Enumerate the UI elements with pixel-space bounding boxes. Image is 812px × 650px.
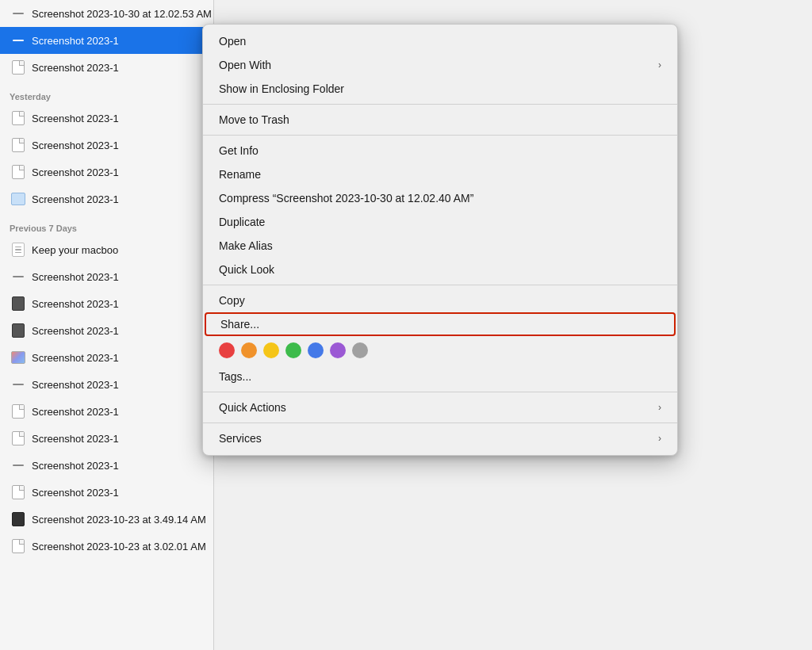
file-name: Screenshot 2023-1 <box>32 62 119 74</box>
file-icon <box>10 485 27 499</box>
file-item[interactable]: Screenshot 2023-1 <box>0 371 213 398</box>
menu-item-open-label: Open <box>219 35 661 48</box>
file-item[interactable]: Screenshot 2023-1 <box>0 132 213 159</box>
menu-item-tags-label: Tags... <box>219 370 661 383</box>
submenu-arrow-icon: › <box>658 59 661 71</box>
file-item-selected[interactable]: Screenshot 2023-1 <box>0 27 213 54</box>
file-name: Screenshot 2023-1 <box>32 433 119 445</box>
menu-item-make-alias[interactable]: Make Alias <box>203 234 677 258</box>
menu-item-get-info-label: Get Info <box>219 144 661 157</box>
file-name: Screenshot 2023-1 <box>32 460 119 472</box>
file-item[interactable]: Screenshot 2023-1 <box>0 398 213 425</box>
file-item[interactable]: Screenshot 2023-1 <box>0 159 213 185</box>
menu-separator <box>203 104 677 105</box>
menu-item-show-in-folder-label: Show in Enclosing Folder <box>219 82 661 95</box>
file-icon <box>10 270 27 284</box>
file-name: Screenshot 2023-10-23 at 3.02.01 AM <box>32 541 206 552</box>
menu-item-share-label: Share... <box>220 318 660 331</box>
file-icon <box>10 60 27 75</box>
menu-item-share[interactable]: Share... <box>205 312 676 336</box>
file-item[interactable]: Screenshot 2023-1 <box>0 290 213 317</box>
menu-item-duplicate[interactable]: Duplicate <box>203 210 677 234</box>
file-name: Screenshot 2023-1 <box>32 379 119 391</box>
tag-purple[interactable] <box>330 342 346 358</box>
tags-color-row <box>203 336 677 365</box>
tag-green[interactable] <box>285 342 301 358</box>
file-icon <box>10 377 27 392</box>
file-item[interactable]: Screenshot 2023-1 <box>0 105 213 132</box>
file-icon <box>10 458 27 472</box>
menu-item-quick-look-label: Quick Look <box>219 263 661 276</box>
file-item[interactable]: Screenshot 2023-1 <box>0 317 213 344</box>
tag-orange[interactable] <box>241 342 257 358</box>
file-name: Screenshot 2023-1 <box>32 193 119 205</box>
menu-item-compress[interactable]: Compress “Screenshot 2023-10-30 at 12.02… <box>203 186 677 210</box>
menu-separator <box>203 135 677 136</box>
menu-item-copy-label: Copy <box>219 294 661 307</box>
file-item[interactable]: Screenshot 2023-1 <box>0 263 213 290</box>
section-header-yesterday: Yesterday <box>0 81 213 105</box>
menu-item-open-with-label: Open With <box>219 59 658 71</box>
submenu-arrow-icon: › <box>658 402 661 413</box>
file-item[interactable]: Screenshot 2023-1 <box>0 344 213 371</box>
menu-item-services-label: Services <box>219 432 658 445</box>
menu-item-show-in-folder[interactable]: Show in Enclosing Folder <box>203 77 677 101</box>
menu-item-open-with[interactable]: Open With › <box>203 53 677 77</box>
file-name: Screenshot 2023-1 <box>32 166 119 178</box>
tag-yellow[interactable] <box>263 342 279 358</box>
menu-separator <box>203 422 677 423</box>
menu-item-quick-look[interactable]: Quick Look <box>203 258 677 281</box>
menu-item-rename[interactable]: Rename <box>203 162 677 186</box>
file-name: Screenshot 2023-1 <box>32 271 119 283</box>
menu-separator <box>203 392 677 392</box>
tag-red[interactable] <box>219 342 235 358</box>
menu-separator <box>203 285 677 285</box>
file-item[interactable]: Screenshot 2023-1 <box>0 185 213 212</box>
file-item[interactable]: Screenshot 2023-1 <box>0 425 213 452</box>
tag-gray[interactable] <box>352 342 368 358</box>
menu-item-get-info[interactable]: Get Info <box>203 139 677 162</box>
file-name: Screenshot 2023-10-30 at 12.02.53 AM <box>32 8 212 20</box>
file-name: Screenshot 2023-1 <box>32 352 119 364</box>
tag-blue[interactable] <box>308 342 324 358</box>
menu-item-move-trash[interactable]: Move to Trash <box>203 108 677 132</box>
file-item[interactable]: Screenshot 2023-1 <box>0 479 213 506</box>
file-icon <box>10 512 27 526</box>
file-item[interactable]: Screenshot 2023-1 <box>0 54 213 81</box>
file-item[interactable]: Screenshot 2023-1 <box>0 452 213 479</box>
file-icon <box>10 6 27 21</box>
finder-background: Screenshot 2023-10-30 at 12.02.53 AM Scr… <box>0 0 812 650</box>
menu-item-quick-actions[interactable]: Quick Actions › <box>203 396 677 419</box>
file-icon <box>10 296 27 311</box>
menu-item-copy[interactable]: Copy <box>203 289 677 312</box>
file-name: Screenshot 2023-1 <box>32 487 119 499</box>
section-header-prev7days: Previous 7 Days <box>0 212 213 236</box>
menu-item-duplicate-label: Duplicate <box>219 216 661 228</box>
file-list: Screenshot 2023-10-30 at 12.02.53 AM Scr… <box>0 0 214 650</box>
file-item[interactable]: Screenshot 2023-10-23 at 3.49.14 AM <box>0 506 213 533</box>
file-name: Screenshot 2023-1 <box>32 325 119 337</box>
file-icon <box>10 431 27 445</box>
menu-item-services[interactable]: Services › <box>203 426 677 450</box>
file-icon <box>10 323 27 338</box>
file-item[interactable]: Screenshot 2023-10-23 at 3.02.01 AM <box>0 533 213 560</box>
file-icon <box>10 138 27 152</box>
menu-item-rename-label: Rename <box>219 168 661 181</box>
file-icon <box>10 350 27 365</box>
menu-item-open[interactable]: Open <box>203 29 677 53</box>
file-name: Screenshot 2023-1 <box>32 406 119 418</box>
menu-item-move-trash-label: Move to Trash <box>219 113 661 126</box>
file-icon <box>10 33 27 48</box>
file-icon <box>10 192 27 206</box>
file-name: Screenshot 2023-10-23 at 3.49.14 AM <box>32 514 206 526</box>
menu-item-compress-label: Compress “Screenshot 2023-10-30 at 12.02… <box>219 192 661 205</box>
file-name: Keep your macboo <box>32 244 118 256</box>
file-icon <box>10 404 27 419</box>
file-icon <box>10 111 27 125</box>
file-item[interactable]: Keep your macboo <box>0 236 213 263</box>
file-icon <box>10 539 27 553</box>
file-icon <box>10 165 27 179</box>
menu-item-tags[interactable]: Tags... <box>203 365 677 388</box>
menu-item-make-alias-label: Make Alias <box>219 239 661 252</box>
file-item[interactable]: Screenshot 2023-10-30 at 12.02.53 AM <box>0 0 213 27</box>
